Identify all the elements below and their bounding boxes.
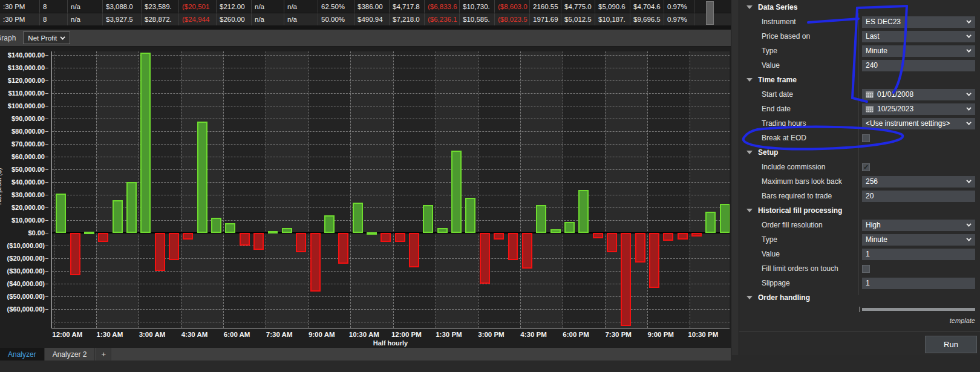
collapse-arrow-icon[interactable] <box>746 5 753 9</box>
x-tick-label: 7:30 PM <box>605 331 631 338</box>
table-row[interactable]: :30 PM8n/a$3,927.5$28,872.($24,944$260.0… <box>0 13 731 25</box>
x-tick-label: 7:30 AM <box>266 331 293 338</box>
graph-label: Graph <box>0 34 16 42</box>
checkbox-unchecked[interactable] <box>862 265 870 273</box>
v-gridline <box>223 51 224 328</box>
chevron-down-icon <box>966 33 971 38</box>
tab-analyzer-2[interactable]: Analyzer 2 <box>45 348 96 361</box>
y-tick-label: $30,000.00 <box>11 191 45 198</box>
section-header-time-frame[interactable]: Time frame <box>739 73 980 87</box>
y-tick-mark <box>45 119 48 119</box>
v-gridline <box>393 51 394 328</box>
y-tick-mark <box>45 144 48 145</box>
property-row: Include commission✓ <box>739 160 980 174</box>
property-label: Type <box>762 47 777 55</box>
input-field[interactable]: 1 <box>862 278 975 289</box>
table-cell: $5,012.5 <box>561 13 595 25</box>
bar <box>140 53 151 233</box>
chart-panel-splitter[interactable] <box>731 0 739 355</box>
x-tick-label: 4:30 PM <box>520 331 546 338</box>
property-row: Price based onLast <box>739 29 980 44</box>
x-tick-label: 10:30 AM <box>349 331 379 338</box>
collapse-arrow-icon[interactable] <box>746 78 753 82</box>
y-tick-label: $70,000.00 <box>11 140 45 148</box>
input-field[interactable]: 240 <box>862 60 975 71</box>
table-cell: :30 PM <box>0 13 40 25</box>
section-header-order-handling[interactable]: Order handling <box>739 290 980 305</box>
collapse-arrow-icon[interactable] <box>746 209 753 212</box>
table-cell: $260.00 <box>217 13 252 25</box>
plot-area <box>51 51 730 328</box>
y-tick-mark <box>45 157 48 157</box>
dropdown-field[interactable]: High <box>862 220 975 231</box>
bar <box>169 233 179 259</box>
collapse-arrow-icon[interactable] <box>746 151 753 154</box>
bar <box>324 215 335 233</box>
h-gridline <box>52 55 730 56</box>
v-gridline <box>96 51 97 328</box>
table-cell: $386.00 <box>354 0 390 13</box>
dropdown-field[interactable]: Minute <box>862 234 975 246</box>
bar <box>197 122 207 233</box>
bar <box>550 229 561 233</box>
property-label: End date <box>762 105 791 113</box>
dropdown-field[interactable]: <Use instrument settings> <box>862 118 975 129</box>
property-row: Trading hours<Use instrument settings> <box>739 116 980 131</box>
v-gridline <box>690 51 690 328</box>
table-cell: ($8,603.0 <box>495 0 530 13</box>
bar <box>211 218 221 233</box>
y-tick-label: $60,000.00 <box>11 153 45 160</box>
dropdown-field[interactable]: Minute <box>862 45 975 57</box>
graph-type-select[interactable]: Net Profit <box>23 31 70 44</box>
tab-analyzer[interactable]: Analyzer <box>0 348 45 361</box>
net-profit-chart: Net profit ($) $140,000.00$130,000.00$12… <box>0 47 731 348</box>
property-label: Value <box>762 61 780 70</box>
bar <box>508 233 518 259</box>
y-tick-mark <box>45 233 48 233</box>
h-gridline <box>52 106 730 106</box>
section-header-data-series[interactable]: Data Series <box>739 0 980 15</box>
checkbox-unchecked[interactable] <box>862 134 870 142</box>
table-cell: 0.97% <box>664 13 694 25</box>
collapse-arrow-icon[interactable] <box>746 296 753 299</box>
v-gridline <box>520 51 521 328</box>
property-label: Include commission <box>762 163 825 171</box>
checkbox-checked[interactable]: ✓ <box>862 163 870 171</box>
dropdown-field[interactable]: Last <box>862 31 975 42</box>
property-label: Price based on <box>762 32 810 41</box>
input-field[interactable]: 20 <box>862 191 975 202</box>
property-label: Value <box>762 250 780 258</box>
dropdown-field[interactable]: 10/25/2023 <box>862 103 975 115</box>
dropdown-field[interactable]: 01/01/2008 <box>862 89 975 100</box>
table-row[interactable]: :30 PM8n/a$3,088.0$23,589.($20,501$212.0… <box>0 0 731 13</box>
section-header-historical-fill-processing[interactable]: Historical fill processing <box>739 203 980 218</box>
dropdown-field[interactable]: 256 <box>862 176 975 188</box>
h-gridline <box>52 68 730 68</box>
bar <box>536 205 546 233</box>
order-handling-slider[interactable] <box>862 308 975 311</box>
dropdown-field[interactable]: ES DEC23 <box>862 16 975 28</box>
table-cell: $4,717.8 <box>390 0 425 13</box>
field-value: <Use instrument settings> <box>866 119 950 128</box>
table-cell: $10,187. <box>595 13 630 25</box>
section-header-setup[interactable]: Setup <box>739 145 980 160</box>
y-tick-label: ($50,000.00) <box>7 293 45 300</box>
table-vscroll-thumb[interactable] <box>706 1 714 25</box>
property-row: Break at EOD <box>739 131 980 145</box>
table-cell: n/a <box>252 0 284 13</box>
table-cell: ($20,501 <box>179 0 217 13</box>
run-button[interactable]: Run <box>925 336 977 353</box>
input-field[interactable]: 1 <box>862 249 975 260</box>
add-tab-button[interactable]: + <box>96 348 111 361</box>
x-tick-label: 10:30 PM <box>688 331 718 338</box>
table-hscroll-track[interactable] <box>0 25 731 30</box>
table-cell: n/a <box>284 0 318 13</box>
property-row: Bars required to trade20 <box>739 189 980 203</box>
y-tick-mark <box>45 220 48 221</box>
field-value: 10/25/2023 <box>877 105 913 113</box>
table-cell: ($8,023.5 <box>495 13 530 25</box>
table-cell: $9,696.5 <box>630 13 664 25</box>
x-tick-label: 1:30 PM <box>436 331 462 338</box>
panel-footer-divider <box>739 331 980 332</box>
template-link[interactable]: template <box>950 317 975 324</box>
